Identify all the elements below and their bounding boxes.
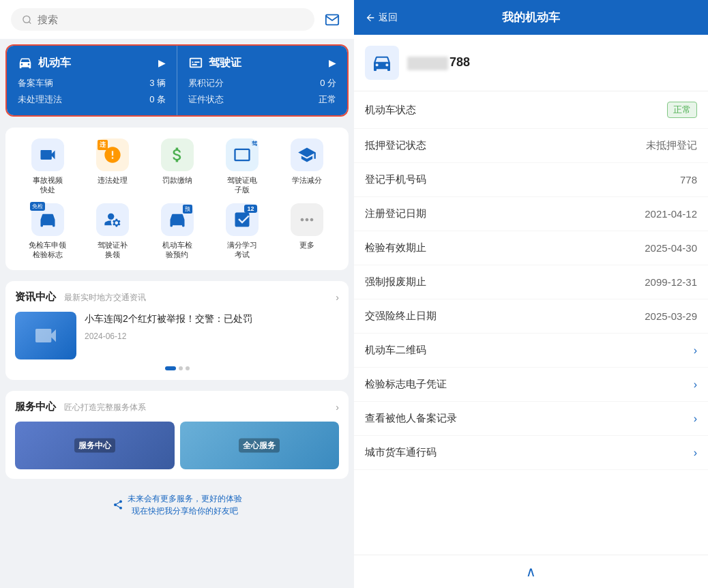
scrap-value: 2099-12-31 xyxy=(645,276,697,288)
status-value: 正常 xyxy=(667,102,697,118)
service-center-header: 服务中心 匠心打造完整服务体系 › xyxy=(15,400,339,413)
detail-cargo[interactable]: 城市货车通行码 › xyxy=(354,436,708,470)
bottom-collapse[interactable]: ∧ xyxy=(354,555,708,588)
news-arrow[interactable]: › xyxy=(336,292,339,303)
service-full[interactable]: 12 满分学习考试 xyxy=(211,203,273,260)
search-icon xyxy=(22,14,32,25)
license-card[interactable]: 驾驶证 ▶ 累积记分 0 分 证件状态 正常 xyxy=(177,46,347,115)
service-inspection[interactable]: 预 机动车检验预约 xyxy=(146,203,208,260)
share-icon xyxy=(113,499,123,510)
insurance-label: 交强险终止日期 xyxy=(365,310,437,323)
service-study[interactable]: 学法减分 xyxy=(276,138,338,195)
services-section: 事故视频快处 违 违法处理 罚款缴纳 驾 驾驶证电子版 xyxy=(5,128,349,270)
svg-point-1 xyxy=(108,213,114,219)
news-title: 资讯中心 xyxy=(15,291,56,302)
inspect-label: 检验有效期止 xyxy=(365,241,426,254)
vehicle-row2: 未处理违法 0 条 xyxy=(18,93,166,106)
service-violation-label: 违法处理 xyxy=(98,175,128,185)
news-article-date: 2024-06-12 xyxy=(85,332,339,341)
vehicle-card-title: 机动车 xyxy=(38,56,71,70)
back-arrow-icon xyxy=(365,12,376,23)
detail-insurance: 交强险终止日期 2025-03-29 xyxy=(354,299,708,334)
right-page-title: 我的机动车 xyxy=(502,10,560,25)
search-input[interactable] xyxy=(38,14,304,25)
qr-label: 机动车二维码 xyxy=(365,344,426,357)
mail-icon[interactable] xyxy=(321,9,343,31)
detail-cert[interactable]: 检验标志电子凭证 › xyxy=(354,368,708,402)
right-header: 返回 我的机动车 xyxy=(354,0,708,35)
service-dlicense[interactable]: 驾 驾驶证电子版 xyxy=(211,138,273,195)
detail-scrap: 强制报废期止 2099-12-31 xyxy=(354,265,708,299)
bottom-text: 未来会有更多服务，更好的体验现在快把我分享给你的好友吧 xyxy=(0,484,354,525)
collapse-icon: ∧ xyxy=(526,563,536,580)
dot-3 xyxy=(186,366,190,370)
service-img-2[interactable]: 全心服务 xyxy=(180,422,340,469)
detail-list: 机动车状态 正常 抵押登记状态 未抵押登记 登记手机号码 778 注册登记日期 … xyxy=(354,91,708,555)
service-accident-label: 事故视频快处 xyxy=(33,175,63,195)
car-info-top: 788 xyxy=(354,35,708,91)
news-dots xyxy=(15,366,339,370)
news-subtitle: 最新实时地方交通资讯 xyxy=(64,293,146,302)
insurance-value: 2025-03-29 xyxy=(645,310,697,322)
service-exempt-label: 免检车申领检验标志 xyxy=(29,240,66,260)
service-img-1[interactable]: 服务中心 xyxy=(15,422,175,469)
service-violation[interactable]: 违 违法处理 xyxy=(81,138,143,195)
cert-arrow: › xyxy=(694,379,697,391)
detail-pledge: 抵押登记状态 未抵押登记 xyxy=(354,129,708,163)
service-center-arrow[interactable]: › xyxy=(336,402,339,413)
license-card-title: 驾驶证 xyxy=(209,56,241,70)
service-img-2-label: 全心服务 xyxy=(239,439,280,453)
cargo-arrow: › xyxy=(694,447,697,459)
car-detail-icon xyxy=(371,52,393,74)
service-inspection-label: 机动车检验预约 xyxy=(162,240,192,260)
scrap-label: 强制报废期止 xyxy=(365,276,426,289)
services-grid: 事故视频快处 违 违法处理 罚款缴纳 驾 驾驶证电子版 xyxy=(16,138,338,259)
bottom-text-content: 未来会有更多服务，更好的体验现在快把我分享给你的好友吧 xyxy=(128,493,242,517)
service-exempt[interactable]: 免检 免检车申领检验标志 xyxy=(16,203,78,260)
news-article-title: 小车连闯2个红灯被举报！交警：已处罚 xyxy=(85,312,339,326)
vehicle-row1: 备案车辆 3 辆 xyxy=(18,77,166,89)
car-icon-wrap xyxy=(365,46,399,80)
service-payment[interactable]: 罚款缴纳 xyxy=(146,138,208,195)
detail-reg-date: 注册登记日期 2021-04-12 xyxy=(354,197,708,231)
service-renew[interactable]: 驾驶证补换领 xyxy=(81,203,143,260)
service-more-label: 更多 xyxy=(299,240,314,250)
service-dlicense-label: 驾驶证电子版 xyxy=(227,175,257,195)
service-more[interactable]: 更多 xyxy=(276,203,338,260)
left-panel: 机动车 ▶ 备案车辆 3 辆 未处理违法 0 条 驾驶证 xyxy=(0,0,354,588)
service-center-title: 服务中心 xyxy=(15,400,56,412)
detail-record[interactable]: 查看被他人备案记录 › xyxy=(354,402,708,436)
pledge-value: 未抵押登记 xyxy=(646,139,697,152)
news-item[interactable]: 小车连闯2个红灯被举报！交警：已处罚 2024-06-12 xyxy=(15,312,339,359)
service-study-label: 学法减分 xyxy=(292,175,322,185)
detail-qr[interactable]: 机动车二维码 › xyxy=(354,334,708,368)
search-input-wrap[interactable] xyxy=(11,8,314,31)
service-center-section: 服务中心 匠心打造完整服务体系 › 服务中心 全心服务 xyxy=(5,391,349,479)
back-button[interactable]: 返回 xyxy=(365,12,398,24)
status-label: 机动车状态 xyxy=(365,104,416,117)
service-center-subtitle: 匠心打造完整服务体系 xyxy=(64,402,146,412)
service-center-images: 服务中心 全心服务 xyxy=(15,422,339,469)
dot-2 xyxy=(179,366,183,370)
pledge-label: 抵押登记状态 xyxy=(365,139,426,152)
car-plate-wrap: 788 xyxy=(407,55,470,70)
news-thumbnail xyxy=(15,312,76,359)
cargo-label: 城市货车通行码 xyxy=(365,446,437,459)
dot-1 xyxy=(165,366,176,370)
inspect-value: 2025-04-30 xyxy=(645,242,697,254)
reg-date-label: 注册登记日期 xyxy=(365,207,426,220)
license-icon xyxy=(188,55,203,70)
car-icon xyxy=(18,55,33,70)
detail-inspect: 检验有效期止 2025-04-30 xyxy=(354,231,708,265)
exempt-badge: 免检 xyxy=(30,202,45,211)
cards-row: 机动车 ▶ 备案车辆 3 辆 未处理违法 0 条 驾驶证 xyxy=(5,44,349,117)
vehicle-card[interactable]: 机动车 ▶ 备案车辆 3 辆 未处理违法 0 条 xyxy=(7,46,177,115)
cert-label: 检验标志电子凭证 xyxy=(365,378,447,391)
svg-point-0 xyxy=(23,16,30,23)
vehicle-card-arrow: ▶ xyxy=(158,57,166,68)
phone-label: 登记手机号码 xyxy=(365,173,426,186)
service-payment-label: 罚款缴纳 xyxy=(162,175,192,185)
license-row1: 累积记分 0 分 xyxy=(188,77,336,89)
record-arrow: › xyxy=(694,413,697,425)
service-accident[interactable]: 事故视频快处 xyxy=(16,138,78,195)
